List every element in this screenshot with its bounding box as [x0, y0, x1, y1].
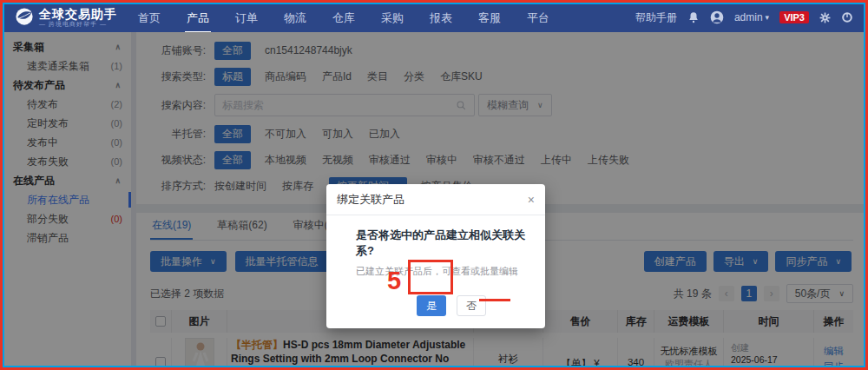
- nav-logistics[interactable]: 物流: [282, 3, 308, 33]
- annotation-step-number: 5: [387, 267, 401, 295]
- nav-home[interactable]: 首页: [136, 3, 162, 33]
- nav-purchase[interactable]: 采购: [379, 3, 405, 33]
- gear-icon[interactable]: [819, 12, 831, 23]
- brand-subtitle: — 跨境电商好帮手 —: [39, 20, 117, 28]
- bell-icon[interactable]: [687, 11, 700, 23]
- nav-orders[interactable]: 订单: [233, 3, 260, 33]
- nav-reports[interactable]: 报表: [428, 3, 454, 33]
- nav-platform[interactable]: 平台: [525, 3, 551, 33]
- app-window: 全球交易助手 — 跨境电商好帮手 — 首页 产品 订单 物流 仓库 采购 报表 …: [0, 0, 868, 370]
- vip-badge: VIP3: [779, 11, 809, 23]
- dialog-title: 绑定关联产品: [337, 192, 404, 208]
- dialog-question: 是否将选中的产品建立相似关联关系?: [356, 228, 535, 259]
- nav-service[interactable]: 客服: [477, 3, 503, 33]
- confirm-yes-button[interactable]: 是: [417, 295, 446, 316]
- nav-products[interactable]: 产品: [185, 3, 211, 33]
- top-navbar: 全球交易助手 — 跨境电商好帮手 — 首页 产品 订单 物流 仓库 采购 报表 …: [3, 3, 865, 32]
- brand-title: 全球交易助手: [39, 8, 117, 20]
- username-menu[interactable]: admin ▾: [734, 11, 769, 23]
- power-icon[interactable]: [841, 11, 853, 23]
- main-nav: 首页 产品 订单 物流 仓库 采购 报表 客服 平台: [136, 3, 551, 32]
- globe-leaf-logo-icon: [15, 7, 34, 29]
- chevron-down-icon: ▾: [766, 13, 770, 22]
- help-manual-link[interactable]: 帮助手册: [635, 10, 677, 25]
- close-icon[interactable]: ×: [528, 195, 535, 205]
- annotation-highlight-box: [408, 260, 453, 294]
- annotation-mark: [479, 299, 510, 301]
- bind-related-products-dialog: 绑定关联产品 × 是否将选中的产品建立相似关联关系? 已建立关联产品后，可查看或…: [326, 184, 545, 328]
- nav-warehouse[interactable]: 仓库: [331, 3, 357, 33]
- avatar[interactable]: [710, 10, 724, 24]
- brand-logo: 全球交易助手 — 跨境电商好帮手 —: [15, 7, 117, 29]
- username-label: admin: [734, 11, 763, 23]
